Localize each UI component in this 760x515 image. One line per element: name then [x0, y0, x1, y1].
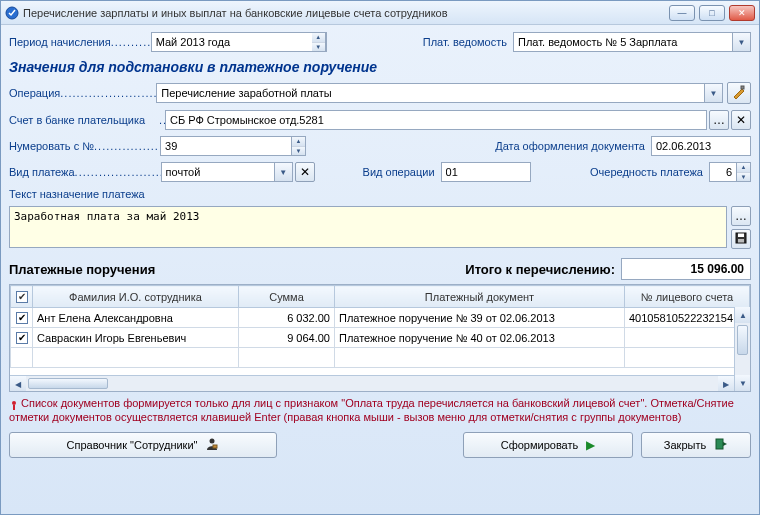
row-checkbox[interactable]: ✔: [16, 312, 28, 324]
info-text-content: Список документов формируется только для…: [9, 397, 734, 423]
info-text: Список документов формируется только для…: [9, 396, 751, 424]
info-icon: [9, 399, 19, 409]
operation-select[interactable]: Перечисление заработной платы ▼: [156, 83, 723, 103]
x-icon: ✕: [736, 113, 746, 127]
scroll-thumb-h[interactable]: [28, 378, 108, 389]
payer-account-label: Счет в банке плательщика: [9, 114, 159, 126]
save-icon: [735, 232, 747, 247]
payer-account-browse-button[interactable]: …: [709, 110, 729, 130]
operation-extra-button[interactable]: [727, 82, 751, 104]
priority-spin-down[interactable]: ▼: [737, 173, 750, 182]
period-label: Период начисления: [9, 36, 111, 48]
priority-label: Очередность платежа: [590, 166, 703, 178]
orders-table: ✔ Фамилия И.О. сотрудника Сумма Платежны…: [10, 285, 750, 368]
svg-point-7: [210, 438, 215, 443]
chevron-down-icon: ▼: [704, 84, 722, 102]
pay-type-select[interactable]: почтой ▼: [161, 162, 293, 182]
table-row[interactable]: [11, 348, 750, 368]
generate-button-label: Сформировать: [501, 439, 579, 451]
period-select[interactable]: Май 2013 года ▲ ▼: [151, 32, 327, 52]
priority-spin-up[interactable]: ▲: [737, 163, 750, 173]
titlebar: Перечисление зарплаты и иных выплат на б…: [1, 1, 759, 25]
payer-account-clear-button[interactable]: ✕: [731, 110, 751, 130]
period-value: Май 2013 года: [156, 36, 230, 48]
maximize-button[interactable]: □: [699, 5, 725, 21]
period-row: Период начисления .......... Май 2013 го…: [9, 32, 751, 52]
row-checkbox[interactable]: ✔: [16, 332, 28, 344]
sheet-label: Плат. ведомость: [423, 36, 507, 48]
ellipsis-icon: …: [713, 113, 725, 127]
table-row[interactable]: ✔ Ант Елена Александровна 6 032.00 Плате…: [11, 308, 750, 328]
scroll-up-button[interactable]: ▲: [735, 307, 751, 323]
pay-type-clear-button[interactable]: ✕: [295, 162, 315, 182]
col-check-header[interactable]: ✔: [11, 286, 33, 308]
employees-button[interactable]: Справочник "Сотрудники": [9, 432, 277, 458]
memo-label-row: Текст назначение платежа: [9, 188, 751, 200]
svg-point-5: [12, 401, 16, 405]
col-name-header[interactable]: Фамилия И.О. сотрудника: [33, 286, 239, 308]
memo-label: Текст назначение платежа: [9, 188, 145, 200]
section1-heading: Значения для подстановки в платежное пор…: [9, 59, 751, 75]
content-area: Период начисления .......... Май 2013 го…: [1, 25, 759, 514]
table-row[interactable]: ✔ Савраскин Игорь Евгеньевич 9 064.00 Пл…: [11, 328, 750, 348]
close-button-label: Закрыть: [664, 439, 706, 451]
cell-sum: 9 064.00: [239, 328, 335, 348]
close-button[interactable]: Закрыть: [641, 432, 751, 458]
sheet-value: Плат. ведомость № 5 Зарплата: [518, 36, 677, 48]
button-row: Справочник "Сотрудники" Сформировать ▶ З…: [9, 432, 751, 458]
orders-heading: Платежные поручения: [9, 262, 155, 277]
col-doc-header[interactable]: Платежный документ: [335, 286, 625, 308]
col-sum-header[interactable]: Сумма: [239, 286, 335, 308]
scroll-thumb-v[interactable]: [737, 325, 748, 355]
cell-sum: 6 032.00: [239, 308, 335, 328]
generate-button[interactable]: Сформировать ▶: [463, 432, 633, 458]
svg-rect-6: [13, 405, 15, 410]
close-window-button[interactable]: ✕: [729, 5, 755, 21]
period-spin-down[interactable]: ▼: [312, 43, 325, 52]
number-date-row: Нумеровать с № .................. ▲ ▼ Да…: [9, 136, 751, 156]
svg-rect-4: [738, 239, 744, 243]
x-icon: ✕: [300, 165, 310, 179]
play-icon: ▶: [586, 438, 595, 452]
cell-acct: [625, 328, 750, 348]
orders-header-row: Платежные поручения Итого к перечислению…: [9, 258, 751, 280]
main-window: Перечисление зарплаты и иных выплат на б…: [0, 0, 760, 515]
period-spin-up[interactable]: ▲: [312, 33, 325, 43]
doc-date-label: Дата оформления документа: [495, 140, 645, 152]
payer-account-field[interactable]: СБ РФ Стромынское отд.5281: [165, 110, 707, 130]
operation-value: Перечисление заработной платы: [161, 87, 331, 99]
memo-browse-button[interactable]: …: [731, 206, 751, 226]
minimize-button[interactable]: —: [669, 5, 695, 21]
memo-save-button[interactable]: [731, 229, 751, 249]
number-spin-up[interactable]: ▲: [292, 137, 305, 147]
oper-type-label: Вид операции: [363, 166, 435, 178]
memo-input[interactable]: [9, 206, 727, 248]
scroll-down-button[interactable]: ▼: [735, 375, 751, 391]
operation-row: Операция .............................. …: [9, 82, 751, 104]
scroll-right-button[interactable]: ▶: [718, 376, 734, 392]
oper-type-input[interactable]: [441, 162, 531, 182]
sheet-select[interactable]: Плат. ведомость № 5 Зарплата ▼: [513, 32, 751, 52]
cell-name: Савраскин Игорь Евгеньевич: [33, 328, 239, 348]
scrollbar-horizontal[interactable]: ◀ ▶: [10, 375, 734, 391]
paytype-row: Вид платежа ....................... почт…: [9, 162, 751, 182]
scroll-left-button[interactable]: ◀: [10, 376, 26, 392]
cell-doc: Платежное поручение № 40 от 02.06.2013: [335, 328, 625, 348]
doc-date-input[interactable]: [651, 136, 751, 156]
total-value: 15 096.00: [621, 258, 751, 280]
number-from-input[interactable]: [160, 136, 292, 156]
tool-icon: [732, 85, 746, 102]
col-acct-header[interactable]: № лицевого счета: [625, 286, 750, 308]
priority-input[interactable]: [709, 162, 737, 182]
table-header-row: ✔ Фамилия И.О. сотрудника Сумма Платежны…: [11, 286, 750, 308]
pay-type-label: Вид платежа: [9, 166, 75, 178]
payer-account-value: СБ РФ Стромынское отд.5281: [170, 114, 324, 126]
cell-acct: 40105810522232154: [625, 308, 750, 328]
number-spin-down[interactable]: ▼: [292, 147, 305, 156]
svg-rect-8: [213, 445, 217, 448]
check-all-checkbox[interactable]: ✔: [16, 291, 28, 303]
svg-rect-3: [738, 233, 744, 237]
scrollbar-vertical[interactable]: ▲ ▼: [734, 307, 750, 391]
orders-table-wrap: ✔ Фамилия И.О. сотрудника Сумма Платежны…: [9, 284, 751, 392]
chevron-down-icon: ▼: [732, 33, 750, 51]
